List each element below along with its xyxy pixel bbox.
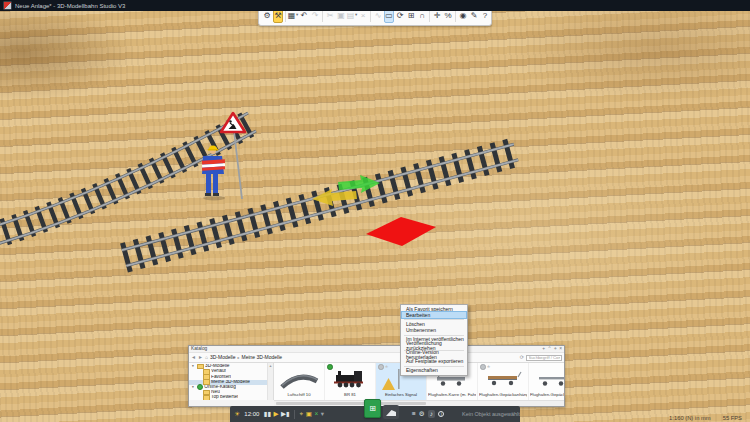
tree-caret-icon[interactable]: ▾ [191,386,195,390]
item-thumbnail [329,366,372,392]
breadcrumb-root[interactable]: 3D-Modelle [210,355,236,360]
delete-icon: × [361,12,366,20]
sun-icon[interactable]: ☀ [234,411,240,418]
pause-button[interactable]: ▮▮ [264,411,271,418]
item-thumbnail [533,366,564,392]
paste-icon: ▤ [347,12,355,20]
event-editor-button[interactable]: ⊞ [364,399,381,418]
tree-scrollbar[interactable]: ▲ [267,363,274,400]
catalog-panel: Katalog +⌃⌖× ◄ ► ⌂ 3D-Modelle ▸ Meine 3D… [188,345,565,407]
catalog-title: Katalog [191,347,542,352]
breadcrumb: 3D-Modelle ▸ Meine 3D-Modelle [210,355,518,360]
breadcrumb-separator-icon: ▸ [238,356,240,360]
online-badge-icon [327,364,333,370]
item-label: BR 81 [326,393,374,398]
catalog-title-icons: +⌃⌖× [542,347,562,352]
link-icon: ∿ [375,12,382,20]
menu-item-umbenennen[interactable]: Umbenennen [402,328,466,334]
catalog-titlebar: Katalog +⌃⌖× [189,346,564,352]
speed-caret-icon[interactable]: ▾ [321,411,324,418]
settings-icon: ⚙ [263,12,270,20]
tree-item-label: Meine 3D-Modelle [211,380,250,385]
dock-icon[interactable]: ⌃ [547,347,551,352]
star-badge-icon: ★ [487,365,491,369]
item-badges [327,364,333,370]
tree-item-label: Top bewertet [211,395,238,400]
event-editor-icon: ⊞ [369,404,376,413]
terrain-wedge-icon [386,410,396,416]
back-icon[interactable]: ◄ [191,355,196,360]
item-badges: ★ [378,364,389,370]
view-layers-icon: ▦ [288,12,296,20]
sound-icon[interactable]: ♪ [428,410,435,419]
star-badge-icon: ★ [385,365,389,369]
menu-item-veröffentlichung-zurückziehen[interactable]: Veröffentlichung zurückziehen [402,343,466,349]
catalog-body: ▾3D-ModelleVerlaufFavoritenMeine 3D-Mode… [189,363,564,400]
breadcrumb-current[interactable]: Meine 3D-Modelle [242,355,283,360]
red-marker-plate[interactable] [366,217,436,246]
paint-icon: ✎ [471,12,478,20]
playbar-divider [294,410,295,419]
item-label: Luftschiff 10 [275,393,323,398]
fps-indicator: 55 FPS [723,415,742,421]
shuffle-icon[interactable]: × [314,411,318,418]
dropdown-caret-icon: ▾ [296,13,298,18]
playbar-right: ≡⚙♪i [412,406,444,422]
construction-sign[interactable] [221,113,245,199]
undo-icon: ↶ [301,12,308,20]
menu-item-bearbeiten[interactable]: Bearbeiten [402,312,466,318]
scroll-up-icon[interactable]: ▲ [269,364,272,400]
worker-shadow [203,196,225,201]
item-label: Flughafen-Gepäckanhänger [479,393,527,398]
playbar-left: ☀12:00▮▮▶▶▮⌖▣×▾ [234,410,324,419]
time-label: 12:00 [244,411,259,417]
measure-icon: % [444,12,451,20]
item-label: Einfaches Signal [377,393,425,398]
catalog-tree: ▾3D-ModelleVerlaufFavoritenMeine 3D-Mode… [189,363,267,400]
item-badges: ★ [480,364,491,370]
catalog-navbar: ◄ ► ⌂ 3D-Modelle ▸ Meine 3D-Modelle ⟳ [189,352,564,363]
grid-scrollbar-thumb[interactable] [276,402,426,405]
play-button[interactable]: ▶ [274,411,279,418]
dropdown-caret-icon: ▾ [355,13,357,18]
app-icon [3,1,12,10]
grid-snap-icon: ⊞ [408,12,415,20]
menu-item-auf-festplatte-exportieren[interactable]: Auf Festplatte exportieren [402,358,466,364]
catalog-item-luftschiff-10[interactable]: Luftschiff 10 [274,363,325,400]
catalog-item-flughafen-gepäckanhänger[interactable]: ★Flughafen-Gepäckanhänger [478,363,529,400]
close-icon[interactable]: × [559,347,562,352]
search-input[interactable] [526,355,562,361]
info-icon[interactable]: i [438,411,445,418]
forward-icon[interactable]: ► [198,355,203,360]
catalog-item-flughafen-gepäckanhänger-4[interactable]: Flughafen-Gepäckanhänger 4 [529,363,564,400]
catalog-icon[interactable]: ▣ [306,411,312,418]
playbar: ☀12:00▮▮▶▶▮⌖▣×▾ ⊞ ≡⚙♪i Kein Objekt ausge… [230,406,520,422]
copy-icon: ▣ [337,12,345,20]
tree-item-top-bewertet[interactable]: Top bewertet [189,395,267,400]
add-object-icon: ✛ [434,12,441,20]
menu-item-eigenschaften[interactable]: Eigenschaften [402,368,466,374]
window-title: Neue Anlage* - 3D-Modellbahn Studio V3 [15,3,125,9]
settings-icon[interactable]: ⚙ [419,411,425,418]
item-label: Flughafen-Gepäckanhänger 4 [530,393,564,398]
refresh-icon[interactable]: ⟳ [520,355,524,360]
tree-item-label: Favoriten [211,375,231,380]
add-icon[interactable]: + [542,347,545,352]
cut-icon: ✂ [327,12,334,20]
globe-badge-icon [480,364,486,370]
scale-indicator: 1:160 (N) in mm [669,415,711,421]
rotate-icon: ⟳ [397,12,404,20]
terrain-tool-button[interactable] [383,405,399,419]
globe-badge-icon [378,364,384,370]
item-thumbnail [278,366,321,392]
sliders-icon[interactable]: ≡ [412,411,416,418]
titlebar: Neue Anlage* - 3D-Modellbahn Studio V3 [0,0,750,11]
item-label: Flughafen-Karre (m. Fahrzeug) [428,393,476,398]
catalog-item-br-81[interactable]: BR 81 [325,363,376,400]
tools-icon[interactable]: ⌖ [300,411,304,418]
tree-caret-icon[interactable]: ▾ [191,365,195,369]
step-forward-button[interactable]: ▶▮ [281,411,290,418]
home-icon[interactable]: ⌂ [205,355,208,360]
pin-icon[interactable]: ⌖ [554,347,557,352]
folder-icon [203,395,210,400]
